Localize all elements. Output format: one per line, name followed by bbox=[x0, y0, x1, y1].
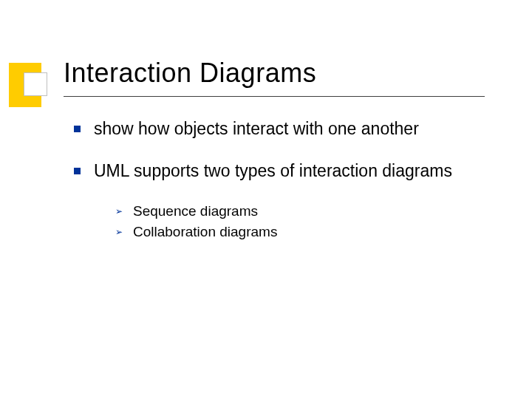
arrow-bullet-icon: ➢ bbox=[115, 227, 123, 237]
slide: Interaction Diagrams show how objects in… bbox=[0, 0, 532, 399]
sub-bullet-text: Collaboration diagrams bbox=[133, 223, 277, 242]
square-bullet-icon bbox=[74, 168, 81, 174]
sub-bullet-item: ➢ Sequence diagrams bbox=[115, 202, 485, 221]
arrow-bullet-icon: ➢ bbox=[115, 206, 123, 216]
title-underline bbox=[64, 96, 485, 97]
sub-bullet-text: Sequence diagrams bbox=[133, 202, 258, 221]
bullet-item: show how objects interact with one anoth… bbox=[64, 118, 485, 140]
bullet-text: UML supports two types of interaction di… bbox=[94, 160, 452, 182]
square-bullet-icon bbox=[74, 126, 81, 132]
bullet-text: show how objects interact with one anoth… bbox=[94, 118, 419, 140]
slide-title: Interaction Diagrams bbox=[64, 58, 316, 89]
bullet-item: UML supports two types of interaction di… bbox=[64, 160, 485, 182]
accent-square-inner bbox=[24, 72, 47, 96]
sub-bullet-item: ➢ Collaboration diagrams bbox=[115, 223, 485, 242]
slide-body: show how objects interact with one anoth… bbox=[64, 118, 485, 245]
sub-bullet-list: ➢ Sequence diagrams ➢ Collaboration diag… bbox=[115, 202, 485, 242]
